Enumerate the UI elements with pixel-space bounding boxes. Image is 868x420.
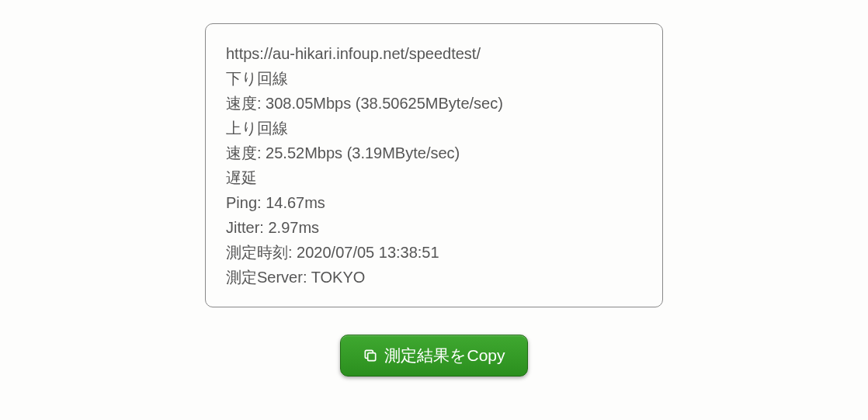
upload-speed: 速度: 25.52Mbps (3.19MByte/sec) [226,141,642,165]
download-speed: 速度: 308.05Mbps (38.50625MByte/sec) [226,91,642,116]
copy-button-label: 測定結果をCopy [384,345,505,366]
copy-icon [363,348,378,363]
svg-rect-0 [368,353,376,361]
latency-label: 遅延 [226,165,642,190]
speedtest-result-box: https://au-hikari.infoup.net/speedtest/ … [205,23,663,307]
server-value: 測定Server: TOKYO [226,265,642,290]
result-url: https://au-hikari.infoup.net/speedtest/ [226,41,642,66]
measured-at: 測定時刻: 2020/07/05 13:38:51 [226,240,642,265]
upload-label: 上り回線 [226,116,642,141]
ping-value: Ping: 14.67ms [226,190,642,215]
jitter-value: Jitter: 2.97ms [226,215,642,240]
download-label: 下り回線 [226,66,642,91]
copy-result-button[interactable]: 測定結果をCopy [340,335,527,377]
